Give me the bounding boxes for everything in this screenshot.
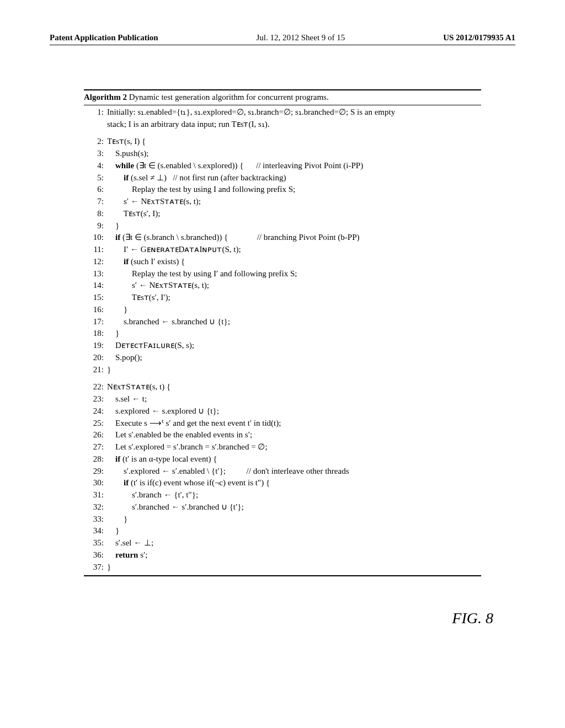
code-text: if (∃t ∈ (s.branch \ s.branched)) { // b…: [107, 232, 359, 244]
alg-line: 17: s.branched ← s.branched ∪ {t};: [84, 316, 481, 328]
line-number: 6:: [84, 184, 107, 196]
alg-line: 1: Initially: s₁.enabled={t₁}, s₁.explor…: [84, 106, 481, 119]
line-number: 10:: [84, 232, 107, 244]
header-date-sheet: Jul. 12, 2012 Sheet 9 of 15: [257, 33, 345, 42]
code-text: }: [107, 328, 119, 340]
alg-line: 28: if (t′ is an α-type local event) {: [84, 453, 481, 465]
algorithm-body: 1: Initially: s₁.enabled={t₁}, s₁.explor…: [84, 105, 481, 577]
line-number: 22:: [84, 381, 107, 393]
algorithm-caption: Dynamic test generation algorithm for co…: [127, 93, 329, 101]
code-text: s.branched ← s.branched ∪ {t};: [107, 316, 230, 328]
alg-line: 15: Tᴇsᴛ(s′, I′);: [84, 292, 481, 304]
alg-line: 19: DᴇᴛᴇᴄᴛFᴀɪʟᴜʀᴇ(S, s);: [84, 340, 481, 352]
alg-line: 10: if (∃t ∈ (s.branch \ s.branched)) { …: [84, 232, 481, 244]
line-number: 37:: [84, 561, 107, 574]
line-number: 12:: [84, 256, 107, 268]
line-number: 24:: [84, 405, 107, 417]
code-text: }: [107, 364, 111, 376]
alg-line: 21: }: [84, 364, 481, 376]
alg-line: 25: Execute s ⟶ᵗ s′ and get the next eve…: [84, 417, 481, 430]
code-text: if (s.sel ≠ ⊥) // not first run (after b…: [107, 172, 286, 184]
alg-line: 30: if (t′ is if(c) event whose if(¬c) e…: [84, 477, 481, 489]
code-text: Let s′.explored = s′.branch = s′.branche…: [107, 441, 268, 453]
alg-line: 23: s.sel ← t;: [84, 393, 481, 405]
code-text: if (such I′ exists) {: [107, 256, 185, 268]
line-number: 8:: [84, 208, 107, 220]
alg-line: 26: Let s′.enabled be the enabled events…: [84, 429, 481, 441]
line-number: 32:: [84, 501, 107, 513]
alg-line: 33: }: [84, 513, 481, 526]
code-text: Tᴇsᴛ(s, I) {: [107, 136, 146, 148]
code-text: if (t′ is an α-type local event) {: [107, 453, 217, 465]
code-text: return s′;: [107, 549, 147, 561]
alg-line: 24: s.explored ← s.explored ∪ {t};: [84, 405, 481, 417]
line-number: 17:: [84, 316, 107, 328]
code-text: s′ ← NᴇxᴛSᴛᴀᴛᴇ(s, t);: [107, 196, 201, 208]
code-text: NᴇxᴛSᴛᴀᴛᴇ(s, t) {: [107, 381, 170, 393]
line-number: 2:: [84, 136, 107, 148]
alg-line: 34: }: [84, 525, 481, 537]
alg-line: 27: Let s′.explored = s′.branch = s′.bra…: [84, 441, 481, 453]
code-text: Replay the test by using I and following…: [107, 184, 295, 196]
alg-line: 6: Replay the test by using I and follow…: [84, 184, 481, 196]
code-text: s′.branched ← s′.branched ∪ {t′};: [107, 501, 244, 513]
line-number: 23:: [84, 393, 107, 405]
figure-label: FIG. 8: [50, 609, 515, 627]
code-text: }: [107, 220, 119, 232]
code-text: s′.branch ← {t′, t″};: [107, 489, 198, 501]
code-text: s′ ← NᴇxᴛSᴛᴀᴛᴇ(s, t);: [107, 280, 209, 292]
alg-line: 9: }: [84, 220, 481, 232]
line-number: 11:: [84, 244, 107, 256]
code-text: Tᴇsᴛ(s′, I′);: [107, 292, 170, 304]
line-number: 5:: [84, 172, 107, 184]
line-number: 16:: [84, 304, 107, 316]
code-text: s′.sel ← ⊥;: [107, 537, 153, 549]
code-text: DᴇᴛᴇᴄᴛFᴀɪʟᴜʀᴇ(S, s);: [107, 340, 194, 352]
line-number: 31:: [84, 489, 107, 501]
alg-line: 20: S.pop();: [84, 352, 481, 364]
line-number: 9:: [84, 220, 107, 232]
alg-line: 11: I′ ← GᴇɴᴇʀᴀᴛᴇDᴀᴛᴀIɴᴘᴜᴛ(S, t);: [84, 244, 481, 256]
code-text: I′ ← GᴇɴᴇʀᴀᴛᴇDᴀᴛᴀIɴᴘᴜᴛ(S, t);: [107, 244, 241, 256]
alg-line: 8: Tᴇsᴛ(s′, I);: [84, 208, 481, 220]
line-number: 3:: [84, 148, 107, 160]
line-number: 33:: [84, 513, 107, 526]
code-text: if (t′ is if(c) event whose if(¬c) event…: [107, 477, 270, 489]
line-number: 15:: [84, 292, 107, 304]
line-number: 7:: [84, 196, 107, 208]
alg-line: 16: }: [84, 304, 481, 316]
alg-line: 32: s′.branched ← s′.branched ∪ {t′};: [84, 501, 481, 513]
algorithm-block: Algorithm 2 Dynamic test generation algo…: [84, 89, 481, 576]
code-text: s.sel ← t;: [107, 393, 147, 405]
line-number: 29:: [84, 465, 107, 478]
alg-line: 12: if (such I′ exists) {: [84, 256, 481, 268]
alg-line: 7: s′ ← NᴇxᴛSᴛᴀᴛᴇ(s, t);: [84, 196, 481, 208]
code-text: }: [107, 561, 111, 574]
line-number: 28:: [84, 453, 107, 465]
alg-line: 14: s′ ← NᴇxᴛSᴛᴀᴛᴇ(s, t);: [84, 280, 481, 292]
alg-line: 18: }: [84, 328, 481, 340]
line-number: 30:: [84, 477, 107, 489]
code-text: Initially: s₁.enabled={t₁}, s₁.explored=…: [107, 106, 395, 119]
line-number: 13:: [84, 268, 107, 280]
line-number: 36:: [84, 549, 107, 561]
alg-line: 5: if (s.sel ≠ ⊥) // not first run (afte…: [84, 172, 481, 184]
alg-line: 35: s′.sel ← ⊥;: [84, 537, 481, 549]
line-number: 1:: [84, 106, 107, 119]
code-text: while (∃t ∈ (s.enabled \ s.explored)) { …: [107, 160, 363, 172]
line-number: 26:: [84, 429, 107, 441]
line-number: 19:: [84, 340, 107, 352]
code-text: S.push(s);: [107, 148, 148, 160]
alg-line: 3: S.push(s);: [84, 148, 481, 160]
algorithm-number: Algorithm 2: [84, 93, 127, 101]
code-text: }: [107, 304, 127, 316]
alg-line: 22: NᴇxᴛSᴛᴀᴛᴇ(s, t) {: [84, 381, 481, 393]
line-number: 34:: [84, 525, 107, 537]
code-text: Replay the test by using I′ and followin…: [107, 268, 297, 280]
alg-line: 37: }: [84, 561, 481, 574]
code-text: S.pop();: [107, 352, 142, 364]
page-header: Patent Application Publication Jul. 12, …: [50, 33, 515, 45]
code-text: }: [107, 525, 119, 537]
code-text: }: [107, 513, 127, 526]
alg-line: 29: s′.explored ← s′.enabled \ {t′}; // …: [84, 465, 481, 478]
